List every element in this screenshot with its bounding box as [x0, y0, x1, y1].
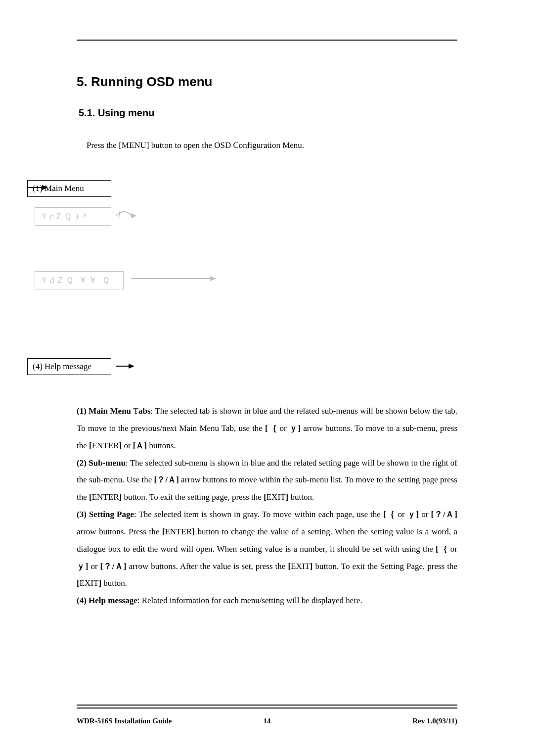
bottom-rule-1: [77, 705, 457, 706]
paragraph: (2) Sub-menu: The selected sub-menu is s…: [77, 455, 457, 507]
svg-marker-0: [131, 213, 137, 218]
heading-1: 5. Running OSD menu: [77, 74, 457, 90]
footer-left: WDR-516S Installation Guide: [77, 717, 172, 725]
page-footer: WDR-516S Installation Guide 14 Rev 1.0(9…: [77, 717, 457, 725]
bottom-rule-2: [77, 708, 457, 709]
heading-2: 5.1. Using menu: [79, 107, 457, 119]
diagram-box-2: ＹcＺＱ ƒ＾: [35, 207, 111, 226]
arrow-icon: [131, 278, 215, 279]
body-paragraphs: (1) Main Menu Tabs: The selected tab is …: [77, 403, 457, 610]
footer-right: Rev 1.0(93/11): [412, 717, 457, 725]
diagram-box-main-menu: (1) Main Menu: [27, 180, 111, 197]
footer-page-number: 14: [264, 717, 271, 725]
arrow-icon: [116, 366, 134, 367]
top-horizontal-rule: [77, 40, 457, 41]
menu-diagram: (1) Main Menu ＹcＺＱ ƒ＾ ƒ ＹdＺＱ ￥￥ Ｑ (4) He…: [27, 180, 457, 388]
diagram-box-help: (4) Help message: [27, 358, 111, 375]
intro-text: Press the [MENU] button to open the OSD …: [87, 141, 457, 150]
paragraph: (1) Main Menu Tabs: The selected tab is …: [77, 403, 457, 455]
diagram-curve-label: ƒ: [118, 209, 122, 219]
paragraph: (4) Help message: Related information fo…: [77, 592, 457, 610]
diagram-box-3: ＹdＺＱ ￥￥ Ｑ: [35, 271, 124, 289]
paragraph: (3) Setting Page: The selected item is s…: [77, 506, 457, 592]
arrow-icon: [27, 187, 47, 188]
